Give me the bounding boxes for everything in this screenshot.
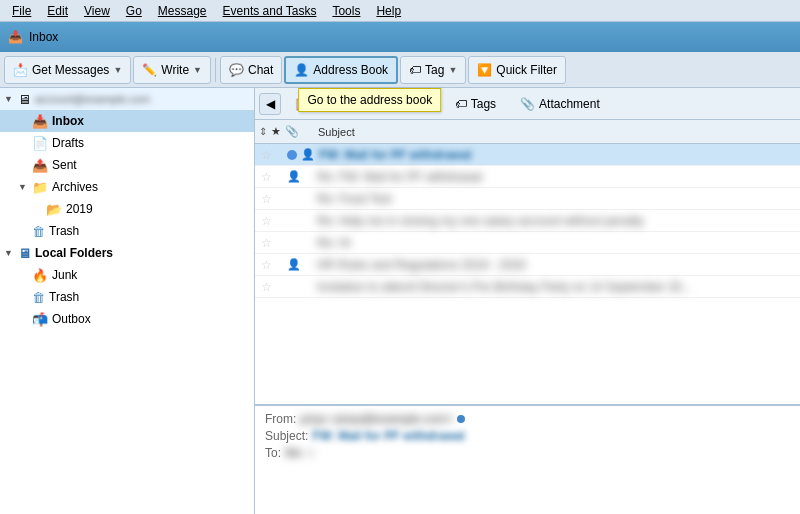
starred-icon: ☆ — [376, 97, 387, 111]
email-row-2[interactable]: ☆ 👤 Re: FW: Mail for PF withdrawal — [255, 166, 800, 188]
address-book-icon: 👤 — [294, 63, 309, 77]
menubar: File Edit View Go Message Events and Tas… — [0, 0, 800, 22]
email-subject-7: Invitation to attend Director's Pre Birt… — [317, 280, 796, 294]
get-messages-dropdown-icon[interactable]: ▼ — [113, 65, 122, 75]
titlebar-title: Inbox — [29, 30, 58, 44]
sidebar-item-trash2[interactable]: 🗑 Trash — [0, 286, 254, 308]
archives-folder-icon: 📁 — [32, 180, 48, 195]
outbox-folder-icon: 📬 — [32, 312, 48, 327]
table-col-icons: ⇕ ★ 📎 — [259, 125, 314, 138]
menu-file[interactable]: File — [4, 2, 39, 20]
tab-tags[interactable]: 🏷 Tags — [444, 91, 507, 117]
account-icon: 🖥 — [18, 92, 31, 107]
tab-starred[interactable]: ☆ Starred — [365, 91, 441, 117]
email-row-1[interactable]: ☆ 👤 FW: Mail for PF withdrawal — [255, 144, 800, 166]
email-row-4[interactable]: ☆ Re: Help me in closing my one salary a… — [255, 210, 800, 232]
tab-unread[interactable]: 📋 Unread — [283, 91, 363, 117]
star-icon-2[interactable]: ☆ — [259, 170, 273, 184]
email-subject-2: Re: FW: Mail for PF withdrawal — [317, 170, 796, 184]
sidebar-item-sent[interactable]: 📤 Sent — [0, 154, 254, 176]
menu-edit[interactable]: Edit — [39, 2, 76, 20]
email-row-6[interactable]: ☆ 👤 HR Rules and Regulations 2019 - 2020 — [255, 254, 800, 276]
menu-help[interactable]: Help — [368, 2, 409, 20]
menu-message[interactable]: Message — [150, 2, 215, 20]
menu-go[interactable]: Go — [118, 2, 150, 20]
star-icon-5[interactable]: ☆ — [259, 236, 273, 250]
email-row-5[interactable]: ☆ Re: Hi — [255, 232, 800, 254]
sender-icon-2: 👤 — [287, 170, 313, 183]
preview-to-field: To: Me ☆ — [265, 446, 790, 460]
star-col-icon[interactable]: ★ — [271, 125, 281, 138]
inbox-folder-icon: 📥 — [32, 114, 48, 129]
sidebar-item-local-folders[interactable]: ▼ 🖥 Local Folders — [0, 242, 254, 264]
write-button[interactable]: ✏️ Write ▼ — [133, 56, 211, 84]
sort-icon[interactable]: ⇕ — [259, 126, 267, 137]
titlebar: 📥 Inbox — [0, 22, 800, 52]
star-icon-6[interactable]: ☆ — [259, 258, 273, 272]
sidebar-item-junk[interactable]: 🔥 Junk — [0, 264, 254, 286]
star-icon-3[interactable]: ☆ — [259, 192, 273, 206]
email-list: ☆ 👤 FW: Mail for PF withdrawal ☆ 👤 Re: F… — [255, 144, 800, 404]
toolbar: 📩 Get Messages ▼ ✏️ Write ▼ 💬 Chat 👤 Add… — [0, 52, 800, 88]
get-messages-button[interactable]: 📩 Get Messages ▼ — [4, 56, 131, 84]
email-row-7[interactable]: ☆ Invitation to attend Director's Pre Bi… — [255, 276, 800, 298]
preview-from-field: From: priya <priya@example.com> — [265, 412, 790, 426]
menu-tools[interactable]: Tools — [324, 2, 368, 20]
sender-icon-1: 👤 — [301, 148, 315, 161]
star-icon-4[interactable]: ☆ — [259, 214, 273, 228]
email-subject-4: Re: Help me in closing my one salary acc… — [317, 214, 796, 228]
sidebar-item-inbox[interactable]: 📥 Inbox — [0, 110, 254, 132]
toolbar-separator-1 — [215, 58, 216, 82]
sent-folder-icon: 📤 — [32, 158, 48, 173]
preview-to-value: Me ☆ — [285, 446, 316, 460]
account-row[interactable]: ▼ 🖥 account@example.com — [0, 88, 254, 110]
tab-attachment[interactable]: 📎 Attachment — [509, 91, 611, 117]
account-expand-icon: ▼ — [4, 94, 14, 104]
drafts-folder-icon: 📄 — [32, 136, 48, 151]
chat-button[interactable]: 💬 Chat — [220, 56, 282, 84]
back-button[interactable]: ◀ — [259, 93, 281, 115]
write-dropdown-icon[interactable]: ▼ — [193, 65, 202, 75]
preview-pane: From: priya <priya@example.com> Subject:… — [255, 404, 800, 514]
sidebar-item-outbox[interactable]: 📬 Outbox — [0, 308, 254, 330]
menu-view[interactable]: View — [76, 2, 118, 20]
account-label: account@example.com — [35, 93, 150, 105]
back-arrow-icon: ◀ — [266, 97, 275, 111]
star-icon-7[interactable]: ☆ — [259, 280, 273, 294]
chat-icon: 💬 — [229, 63, 244, 77]
tag-button[interactable]: 🏷 Tag ▼ — [400, 56, 466, 84]
menu-events[interactable]: Events and Tasks — [215, 2, 325, 20]
star-icon-1[interactable]: ☆ — [259, 148, 273, 162]
tag-dropdown-icon[interactable]: ▼ — [448, 65, 457, 75]
sidebar-item-2019[interactable]: 📂 2019 — [0, 198, 254, 220]
email-subject-1: FW: Mail for PF withdrawal — [319, 148, 796, 162]
sidebar-item-drafts[interactable]: 📄 Drafts — [0, 132, 254, 154]
main-layout: ▼ 🖥 account@example.com 📥 Inbox 📄 Drafts… — [0, 88, 800, 514]
sidebar-item-trash1[interactable]: 🗑 Trash — [0, 220, 254, 242]
content-area: ◀ 📋 Unread ☆ Starred 🏷 Tags 📎 Attachment — [255, 88, 800, 514]
table-col-subject[interactable]: Subject — [314, 126, 796, 138]
email-row-3[interactable]: ☆ Re: Food Test — [255, 188, 800, 210]
unread-icon: 📋 — [294, 97, 309, 111]
attachment-icon: 📎 — [520, 97, 535, 111]
preview-subject-label: Subject: — [265, 429, 308, 443]
filter-icon: 🔽 — [477, 63, 492, 77]
sidebar: ▼ 🖥 account@example.com 📥 Inbox 📄 Drafts… — [0, 88, 255, 514]
online-status-dot — [457, 415, 465, 423]
email-subject-5: Re: Hi — [317, 236, 796, 250]
address-book-button[interactable]: 👤 Address Book — [284, 56, 398, 84]
preview-from-value: priya <priya@example.com> — [300, 412, 453, 426]
sidebar-item-archives[interactable]: ▼ 📁 Archives — [0, 176, 254, 198]
preview-to-label: To: — [265, 446, 281, 460]
trash1-folder-icon: 🗑 — [32, 224, 45, 239]
junk-folder-icon: 🔥 — [32, 268, 48, 283]
sender-icon-6: 👤 — [287, 258, 313, 271]
get-messages-icon: 📩 — [13, 63, 28, 77]
email-subject-6: HR Rules and Regulations 2019 - 2020 — [317, 258, 796, 272]
inbox-icon: 📥 — [8, 30, 23, 44]
attach-col-icon[interactable]: 📎 — [285, 125, 299, 138]
preview-subject-field: Subject: FW: Mail for PF withdrawal — [265, 429, 790, 443]
tag-icon: 🏷 — [409, 63, 421, 77]
tabs-bar: ◀ 📋 Unread ☆ Starred 🏷 Tags 📎 Attachment — [255, 88, 800, 120]
quick-filter-button[interactable]: 🔽 Quick Filter — [468, 56, 566, 84]
